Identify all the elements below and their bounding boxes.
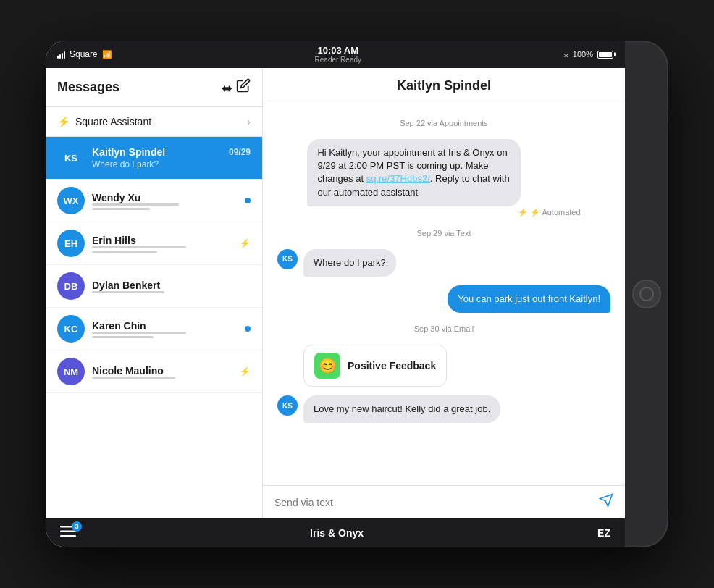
menu-button[interactable]: 3 (60, 526, 76, 540)
preview-lines (92, 377, 232, 379)
unread-indicator (245, 198, 251, 203)
contact-info: Nicole Maulino (92, 365, 232, 379)
tablet-frame: Square 📶 10:03 AM Reader Ready ⁎ 100% (46, 41, 668, 547)
automated-text: ⚡ Automated (530, 208, 581, 217)
avatar: NM (57, 358, 85, 385)
automated-label: ⚡ ⚡ Automated (307, 208, 580, 217)
preview-line (92, 251, 157, 253)
battery-pct: 100% (573, 50, 593, 59)
incoming-message-bubble: Where do I park? (303, 249, 396, 277)
avatar: EH (57, 230, 85, 257)
carrier-label: Square (70, 49, 98, 59)
avatar-small: KS (277, 395, 298, 416)
incoming-message-bubble: Love my new haircut! Kelly did a great j… (303, 395, 500, 423)
contact-info: Kaitlyn Spindel 09/29 Where do I park? (92, 146, 251, 169)
unread-indicator (245, 326, 251, 332)
battery-indicator (597, 51, 613, 59)
status-subtitle: Reader Ready (315, 56, 361, 64)
compose-icon[interactable]: ⬌ (222, 78, 251, 96)
sidebar-title: Messages (57, 80, 119, 95)
contact-name: Karen Chin (92, 320, 238, 332)
preview-line (92, 208, 150, 210)
contact-item[interactable]: NM Nicole Maulino ⚡ (46, 350, 262, 393)
avatar-small: KS (277, 249, 298, 269)
avatar: KC (57, 315, 85, 343)
lightning-small-icon: ⚡ (518, 208, 528, 217)
chevron-right-icon: › (247, 116, 251, 127)
contact-list: KS Kaitlyn Spindel 09/29 Where do I park… (46, 137, 262, 518)
preview-line (92, 203, 179, 206)
preview-lines (92, 291, 251, 293)
bottom-bar: 3 Iris & Onyx EZ (46, 518, 625, 547)
status-right: ⁎ 100% (564, 50, 613, 59)
contact-name: Nicole Maulino (92, 365, 232, 377)
preview-line (92, 332, 186, 334)
contact-meta: ⚡ (240, 238, 251, 248)
preview-line (92, 377, 175, 379)
contact-item[interactable]: WX Wendy Xu (46, 180, 262, 222)
contact-meta (245, 326, 251, 332)
feedback-emoji-icon: 😊 (314, 353, 340, 379)
status-bar: Square 📶 10:03 AM Reader Ready ⁎ 100% (46, 41, 625, 68)
contact-info: Erin Hills (92, 235, 232, 253)
feedback-label: Positive Feedback (348, 360, 436, 371)
system-message: Hi Kaitlyn, your appointment at Iris & O… (307, 139, 580, 217)
preview-line (92, 336, 154, 338)
chat-header: Kaitlyn Spindel (263, 68, 625, 104)
contact-item[interactable]: EH Erin Hills ⚡ (46, 222, 262, 265)
contact-meta: ⚡ (240, 366, 251, 377)
date-divider: Sep 30 via Email (277, 324, 610, 333)
preview-lines (92, 246, 232, 253)
signal-bars-icon (57, 50, 65, 59)
battery-bar (597, 51, 613, 59)
preview-lines (92, 332, 238, 338)
contact-meta (245, 198, 251, 203)
contact-preview: Where do I park? (92, 159, 251, 169)
appointment-link[interactable]: sq.re/37Hdbs2/ (366, 173, 430, 184)
contact-info: Dylan Benkert (92, 280, 251, 293)
message-row-incoming: KS Love my new haircut! Kelly did a grea… (277, 395, 610, 423)
contact-name: Erin Hills (92, 235, 232, 246)
sidebar-header: Messages ⬌ (46, 68, 262, 107)
lightning-indicator: ⚡ (240, 366, 251, 377)
contact-item[interactable]: DB Dylan Benkert (46, 265, 262, 308)
home-button[interactable] (632, 280, 661, 308)
sidebar: Messages ⬌ ⚡ Square Assistant › (46, 68, 263, 518)
chat-area: Kaitlyn Spindel Sep 22 via Appointments … (263, 68, 625, 518)
chat-contact-name: Kaitlyn Spindel (397, 78, 491, 93)
feedback-row: 😊 Positive Feedback (277, 345, 610, 387)
user-initials: EZ (597, 527, 610, 539)
send-button[interactable] (599, 493, 613, 511)
square-assistant-left: ⚡ Square Assistant (57, 116, 151, 127)
appointment-message-bubble: Hi Kaitlyn, your appointment at Iris & O… (307, 139, 520, 206)
feedback-card: 😊 Positive Feedback (303, 345, 447, 387)
date-divider: Sep 22 via Appointments (277, 119, 610, 127)
square-assistant-item[interactable]: ⚡ Square Assistant › (46, 107, 262, 137)
message-row-incoming: KS Where do I park? (277, 249, 610, 277)
contact-name: Kaitlyn Spindel 09/29 (92, 146, 251, 158)
avatar: WX (57, 187, 85, 214)
contact-name: Dylan Benkert (92, 280, 251, 291)
status-center: 10:03 AM Reader Ready (315, 45, 361, 64)
bluetooth-icon: ⁎ (564, 50, 568, 59)
preview-line (92, 246, 186, 248)
chat-input-area (263, 485, 625, 518)
chat-text-input[interactable] (274, 497, 592, 508)
chat-messages: Sep 22 via Appointments Hi Kaitlyn, your… (263, 104, 625, 485)
lightning-icon: ⚡ (57, 116, 70, 127)
preview-lines (92, 203, 238, 210)
contact-item[interactable]: KS Kaitlyn Spindel 09/29 Where do I park… (46, 137, 262, 180)
avatar: KS (57, 144, 85, 172)
contact-info: Wendy Xu (92, 192, 238, 210)
svg-rect-2 (60, 535, 76, 537)
preview-line (92, 291, 164, 293)
contact-info: Karen Chin (92, 320, 238, 338)
lightning-indicator: ⚡ (240, 238, 251, 248)
contact-name: Wendy Xu (92, 192, 238, 203)
contact-item[interactable]: KC Karen Chin (46, 308, 262, 350)
assistant-label: Square Assistant (75, 116, 151, 127)
wifi-icon: 📶 (102, 50, 112, 59)
business-name: Iris & Onyx (310, 527, 364, 539)
outgoing-message-bubble: You can park just out front Kaitlyn! (448, 285, 610, 313)
status-left: Square 📶 (57, 49, 112, 59)
